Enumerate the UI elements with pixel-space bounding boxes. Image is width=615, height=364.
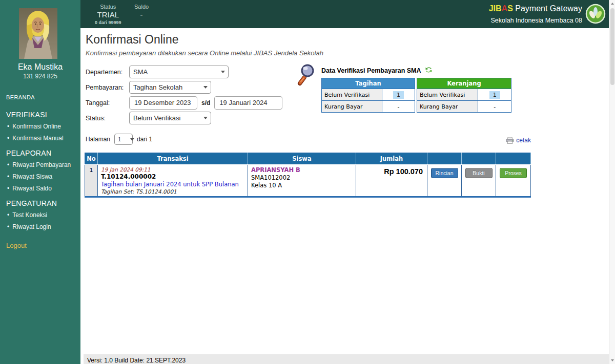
departemen-select[interactable]: SMA <box>129 66 229 78</box>
page-subtitle: Konfirmasi pembayaran dilakukan secara O… <box>86 49 323 57</box>
count-badge: 1 <box>393 91 404 99</box>
pembayaran-select[interactable]: Tagihan Sekolah <box>129 81 211 94</box>
avatar-image <box>19 8 57 59</box>
brand-jib: JIB <box>489 4 502 13</box>
amount-cell: Rp 100.070 <box>356 165 427 197</box>
col-header-action3 <box>496 153 531 165</box>
status-block: Status TRIAL 0 dari 99999 <box>95 4 121 25</box>
scroll-up-icon[interactable] <box>609 0 615 7</box>
footer-bar: Versi: 1.0 Build Date: 21.SEPT.2023 <box>84 354 609 364</box>
sidebar-item-konfirmasi-manual[interactable]: Konfirmasi Manual <box>7 135 78 142</box>
table-header-row: No Transaksi Siswa Jumlah <box>85 153 531 165</box>
count-badge: 1 <box>489 91 500 99</box>
sidebar-item-test-koneksi[interactable]: Test Koneksi <box>7 211 78 219</box>
transaction-timestamp: 19 Jan 2024 09:11 <box>101 166 244 173</box>
date-from-input[interactable] <box>129 96 197 110</box>
page-of-label: dari 1 <box>137 136 152 143</box>
status-quota: 0 dari 99999 <box>95 20 121 25</box>
verifikasi-panel: Data Verifikasi Pembayaran SMA Tagihan B… <box>321 66 511 113</box>
page-title: Konfirmasi Online <box>86 33 179 47</box>
brand-a: A <box>502 4 508 13</box>
saldo-label: Saldo <box>134 4 149 10</box>
siswa-cell: APRIANSYAH B SMA1012002 Kelas 10 A <box>248 165 356 197</box>
status-select[interactable]: Belum Verifikasi <box>129 112 211 124</box>
scrollbar[interactable] <box>609 0 615 364</box>
sidebar-section-pelaporan: PELAPORAN <box>6 149 78 157</box>
tagihan-row-label: Belum Verifikasi <box>322 89 382 101</box>
version-text: Versi: 1.0 Build Date: 21.SEPT.2023 <box>84 354 609 364</box>
brand-suffix: Payment Gateway <box>513 4 582 13</box>
sidebar-section-pengaturan: PENGATURAN <box>6 199 78 207</box>
action-cell-proses: Proses <box>496 165 531 197</box>
sidebar-item-riwayat-saldo[interactable]: Riwayat Saldo <box>7 185 78 192</box>
sidebar-item-riwayat-pembayaran[interactable]: Riwayat Pembayaran <box>7 161 78 168</box>
transaksi-cell: 19 Jan 2024 09:11 T.10124.000002 Tagihan… <box>98 165 248 197</box>
col-header-no: No <box>85 153 98 165</box>
tagihan-table: Tagihan Belum Verifikasi 1 Kurang Bayar … <box>321 78 415 113</box>
print-label: cetak <box>516 137 531 144</box>
keranjang-table: Keranjang Belum Verifikasi 1 Kurang Baya… <box>417 78 511 113</box>
main-content: Konfirmasi Online Konfirmasi pembayaran … <box>80 28 609 364</box>
print-link[interactable]: cetak <box>506 137 531 144</box>
verifikasi-panel-title: Data Verifikasi Pembayaran SMA <box>321 67 421 74</box>
departemen-label: Departemen: <box>86 69 129 76</box>
tagihan-row-value: 1 <box>382 89 415 101</box>
tagihan-row-value: - <box>382 101 415 113</box>
pagination: Halaman 1 dari 1 <box>86 134 152 145</box>
saldo-value: - <box>134 10 149 19</box>
user-photo <box>19 8 57 59</box>
status-value: TRIAL <box>95 10 121 19</box>
student-nis: SMA1012002 <box>251 174 353 181</box>
sidebar: Eka Mustika 131 924 825 BERANDA VERIFIKA… <box>0 0 80 364</box>
brand-block: JIBAS Payment Gateway Sekolah Indonesia … <box>489 4 582 24</box>
brand-s: S <box>507 4 513 13</box>
bukti-button[interactable]: Bukti <box>465 168 493 178</box>
scroll-down-icon[interactable] <box>609 357 615 364</box>
date-to-input[interactable] <box>214 96 282 110</box>
action-cell-bukti: Bukti <box>462 165 496 197</box>
status-filter-label: Status: <box>86 115 129 122</box>
student-name: APRIANSYAH B <box>251 166 353 174</box>
student-class: Kelas 10 A <box>251 182 353 189</box>
col-header-action1 <box>427 153 462 165</box>
transaction-link[interactable]: Tagihan bulan Januari 2024 untuk SPP Bul… <box>101 181 244 188</box>
rincian-button[interactable]: Rincian <box>431 168 458 178</box>
transactions-table: No Transaksi Siswa Jumlah 1 19 Jan 2024 … <box>85 153 531 198</box>
keranjang-row-label: Belum Verifikasi <box>417 89 478 101</box>
tanggal-label: Tanggal: <box>86 99 129 106</box>
saldo-block: Saldo - <box>134 4 149 19</box>
tanggal-separator: s/d <box>201 99 210 106</box>
action-cell-rincian: Rincian <box>427 165 462 197</box>
logout-link[interactable]: Logout <box>6 242 78 249</box>
col-header-siswa: Siswa <box>248 153 356 165</box>
col-header-action2 <box>462 153 496 165</box>
keranjang-row-value: 1 <box>478 89 511 101</box>
user-name: Eka Mustika <box>0 62 80 72</box>
tagihan-header: Tagihan <box>322 78 415 89</box>
keranjang-row-label: Kurang Bayar <box>417 101 478 113</box>
transaction-code: T.10124.000002 <box>101 173 244 180</box>
halaman-label: Halaman <box>86 136 110 143</box>
user-id: 131 924 825 <box>0 73 80 80</box>
scrollbar-thumb[interactable] <box>610 8 614 85</box>
search-icon[interactable] <box>295 63 316 88</box>
col-header-jumlah: Jumlah <box>356 153 427 165</box>
jibas-leaf-logo-icon <box>585 4 606 24</box>
row-number: 1 <box>85 165 98 197</box>
page-select[interactable]: 1 <box>114 134 133 145</box>
printer-icon <box>506 137 514 144</box>
sidebar-item-riwayat-siswa[interactable]: Riwayat Siswa <box>7 173 78 180</box>
app-title: JIBAS Payment Gateway <box>489 4 582 13</box>
sidebar-item-konfirmasi-online[interactable]: Konfirmasi Online <box>7 123 78 130</box>
refresh-icon[interactable] <box>425 66 433 75</box>
pembayaran-label: Pembayaran: <box>86 84 129 91</box>
sidebar-item-beranda[interactable]: BERANDA <box>6 94 78 100</box>
filter-form: Departemen: SMA Pembayaran: Tagihan Seko… <box>86 66 282 127</box>
transaction-set: Tagihan Set: TS.10124.0001 <box>101 188 244 195</box>
sidebar-item-riwayat-login[interactable]: Riwayat Login <box>7 223 78 230</box>
keranjang-row-value: - <box>478 101 511 113</box>
top-bar: Status TRIAL 0 dari 99999 Saldo - JIBAS … <box>80 0 609 28</box>
keranjang-header: Keranjang <box>417 78 511 89</box>
proses-button[interactable]: Proses <box>500 168 527 178</box>
sidebar-nav: BERANDA VERIFIKASI Konfirmasi Online Kon… <box>6 94 78 249</box>
